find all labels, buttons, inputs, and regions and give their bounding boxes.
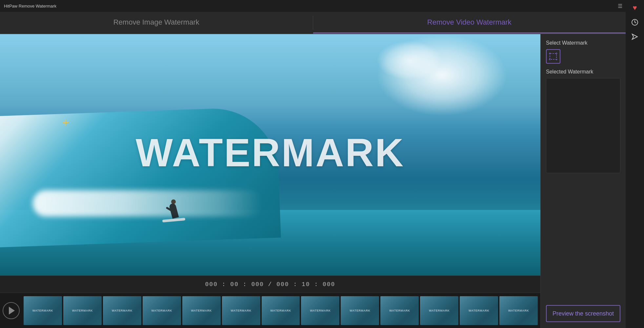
film-thumb-1[interactable]: WATERMARK [24,296,62,325]
preview-screenshot-button[interactable]: Preview the screenshot [546,305,620,322]
send-button[interactable] [628,30,641,43]
menu-icon[interactable]: ☰ [618,3,622,9]
favorite-button[interactable]: ♥ [628,1,641,14]
tab-image-label: Remove Image Watermark [113,18,199,27]
app-title: HitPaw Remove Watermark [4,4,56,9]
video-canvas[interactable]: WATERMARK + [0,34,540,276]
timeline-bar: 000 : 00 : 000 / 000 : 10 : 000 [0,276,540,293]
title-bar-left: HitPaw Remove Watermark [4,4,56,9]
film-thumb-label-2: WATERMARK [72,309,93,312]
film-thumb-12[interactable]: WATERMARK [460,296,498,325]
title-bar: HitPaw Remove Watermark ☰ — □ [0,0,644,12]
film-thumb-3[interactable]: WATERMARK [103,296,141,325]
film-thumb-label-7: WATERMARK [270,309,291,312]
svg-rect-2 [550,53,556,59]
tab-video-label: Remove Video Watermark [427,18,512,27]
video-area: WATERMARK + 000 : 00 : 000 / 000 : 10 : … [0,34,540,328]
film-thumb-label-11: WATERMARK [429,309,450,312]
film-thumb-10[interactable]: WATERMARK [380,296,419,325]
film-thumb-label-4: WATERMARK [151,309,172,312]
film-thumb-6[interactable]: WATERMARK [222,296,260,325]
film-thumb-13[interactable]: WATERMARK [499,296,538,325]
surfer [161,192,187,225]
play-button[interactable] [3,302,20,319]
wave-scene [0,34,540,276]
selected-watermark-preview [546,78,620,173]
svg-marker-1 [632,34,637,39]
right-icon-bar: ♥ [626,0,644,328]
history-button[interactable] [628,16,641,29]
film-thumb-label-12: WATERMARK [469,309,489,312]
film-thumb-label-3: WATERMARK [112,309,132,312]
film-thumb-label-9: WATERMARK [350,309,370,312]
main-content: WATERMARK + 000 : 00 : 000 / 000 : 10 : … [0,34,626,328]
film-thumb-label-1: WATERMARK [32,309,53,312]
wave-main [0,106,281,248]
film-thumb-label-5: WATERMARK [191,309,211,312]
select-region-icon [549,52,557,60]
tab-video[interactable]: Remove Video Watermark [313,12,626,33]
selected-watermark-title: Selected Watermark [546,69,620,75]
film-thumb-4[interactable]: WATERMARK [143,296,181,325]
film-thumb-label-10: WATERMARK [389,309,410,312]
film-thumb-7[interactable]: WATERMARK [262,296,300,325]
selected-watermark-section: Selected Watermark [546,69,620,300]
time-display: 000 : 00 : 000 / 000 : 10 : 000 [205,281,335,288]
film-thumb-label-13: WATERMARK [508,309,529,312]
wave-foam [33,190,262,216]
film-thumb-9[interactable]: WATERMARK [341,296,379,325]
select-watermark-title: Select Watermark [546,40,620,46]
tab-bar: Remove Image Watermark Remove Video Wate… [0,12,626,34]
tab-image[interactable]: Remove Image Watermark [0,12,313,33]
film-thumb-2[interactable]: WATERMARK [63,296,102,325]
clouds-2 [376,41,442,80]
select-watermark-tool-button[interactable] [546,49,560,64]
select-watermark-section: Select Watermark [546,40,620,64]
film-thumb-label-6: WATERMARK [231,309,251,312]
filmstrip: WATERMARK WATERMARK WATERMARK WATERMARK … [0,293,540,328]
film-thumb-5[interactable]: WATERMARK [182,296,221,325]
film-thumb-11[interactable]: WATERMARK [420,296,458,325]
right-panel: Select Watermark Selected [540,34,626,328]
film-thumb-8[interactable]: WATERMARK [301,296,339,325]
film-thumb-label-8: WATERMARK [310,309,331,312]
surfer-board [162,218,185,222]
